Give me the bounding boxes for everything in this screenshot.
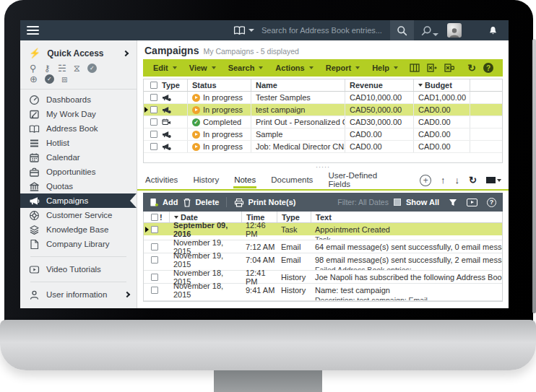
column-header-name[interactable]: Name [251, 79, 345, 91]
table-row[interactable]: In progress Tester Samples CAD10,000.00 … [144, 92, 502, 104]
sidebar-item-quotas[interactable]: Quotas [20, 179, 137, 193]
hamburger-menu-icon[interactable] [20, 20, 45, 40]
panel-splitter-handle[interactable]: ····· [137, 163, 509, 170]
table-row-selected[interactable]: In progress test campaign CAD50,000.00 C… [144, 104, 502, 116]
printer-icon [234, 198, 244, 207]
add-tab-icon[interactable]: + [420, 175, 431, 186]
row-checkbox[interactable] [150, 131, 157, 138]
advanced-search-icon [421, 25, 432, 36]
help-icon[interactable]: ? [487, 198, 496, 207]
document-icon [29, 239, 40, 250]
column-header-type[interactable]: Type [277, 212, 311, 222]
people-icon[interactable]: ☵ [58, 63, 66, 74]
sidebar-item-opportunities[interactable]: Opportunities [20, 165, 137, 179]
column-setup-icon[interactable] [410, 64, 420, 72]
refresh-icon[interactable]: ↻ [469, 175, 477, 186]
row-checkbox[interactable] [151, 226, 158, 233]
note-row[interactable]: November 18, 2015 9:41 AM History Name: … [144, 284, 502, 301]
page-title: Campaigns [144, 45, 199, 56]
move-down-icon[interactable]: ↓ [455, 175, 460, 186]
sidebar-item-customer-service[interactable]: Customer Service [20, 208, 137, 222]
column-header-revenue[interactable]: Revenue [345, 79, 413, 91]
sidebar-item-my-work-day[interactable]: My Work Day [20, 107, 137, 121]
column-header-status[interactable]: Status [187, 79, 251, 91]
user-avatar[interactable] [447, 23, 462, 38]
table-row[interactable]: In progress Job: Medical Director CNS CA… [144, 141, 502, 153]
row-checkbox[interactable] [151, 243, 158, 251]
add-note-button[interactable]: Add [150, 198, 178, 207]
globe-icon[interactable]: ⊕ [30, 74, 38, 84]
sidebar-item-company-library[interactable]: Company Library [20, 237, 137, 251]
row-checkbox[interactable] [151, 274, 158, 281]
move-up-icon[interactable]: ↑ [441, 175, 446, 186]
hourglass-icon[interactable]: ⧖ [74, 63, 80, 74]
menu-report[interactable]: Report [321, 64, 368, 72]
sidebar-item-hotlist[interactable]: Hotlist [20, 136, 137, 150]
refresh-icon[interactable]: ↻ [467, 63, 476, 73]
row-checkbox[interactable] [150, 118, 157, 126]
column-header-important[interactable]: ! [160, 213, 169, 222]
export-excel-icon[interactable] [427, 64, 437, 72]
search-button[interactable] [390, 20, 414, 40]
quick-access-header[interactable]: ⚡ Quick Access [20, 46, 137, 61]
sidebar-item-knowledge-base[interactable]: Knowledge Base [20, 222, 137, 237]
menu-help[interactable]: Help [368, 64, 406, 72]
chevron-right-icon [124, 292, 130, 297]
sidebar-item-user-information[interactable]: User information [20, 287, 137, 302]
check-circle-icon[interactable]: ✓ [87, 64, 97, 73]
gauge-icon [29, 95, 40, 105]
table-row[interactable]: ✓Completed Print Out - Personalized Cove… [144, 116, 502, 129]
select-all-checkbox[interactable] [150, 82, 157, 89]
sidebar-item-calendar[interactable]: Calendar [20, 150, 137, 165]
video-play-icon [29, 264, 40, 275]
current-row-marker [144, 107, 148, 113]
menu-search[interactable]: Search [224, 64, 272, 72]
notes-table: ! Date Time Type Text September 09, 2016… [143, 212, 503, 302]
menu-edit[interactable]: Edit [149, 64, 185, 72]
list-options-icon[interactable] [486, 177, 501, 183]
row-checkbox[interactable] [150, 106, 157, 113]
add-note-icon [150, 198, 159, 207]
export-excel-report-icon[interactable] [444, 64, 454, 72]
tab-activities[interactable]: Activities [144, 173, 178, 188]
delete-note-button[interactable]: Delete [183, 198, 219, 207]
search-category-selector[interactable] [233, 25, 254, 35]
column-header-budget[interactable]: Budget [413, 79, 470, 91]
sidebar-item-address-book[interactable]: Address Book [20, 121, 137, 136]
select-all-checkbox[interactable] [151, 214, 158, 221]
table-row[interactable]: In progress Sample CAD0.00 CAD0.00 [144, 129, 502, 141]
sidebar: ⚡ Quick Access ⚲ ⚷ ☵ ⧖ ✓ ⊕ ✓ ⧈ [20, 40, 137, 308]
pin-icon[interactable]: ⚲ [30, 63, 37, 74]
help-icon[interactable]: ? [483, 63, 493, 73]
status-in-progress-icon [192, 106, 200, 114]
tab-documents[interactable]: Documents [270, 173, 314, 188]
paperclip-icon[interactable]: ⧈ [61, 74, 67, 84]
chevron-down-icon [173, 66, 177, 69]
filter-icon[interactable] [449, 199, 457, 206]
column-header-type[interactable]: Type [160, 81, 187, 90]
print-notes-button[interactable]: Print Note(s) [234, 198, 295, 207]
campaigns-table-header: Type Status Name Revenue Budget [144, 79, 502, 92]
column-header-text[interactable]: Text [311, 212, 502, 222]
video-help-icon[interactable] [467, 199, 477, 206]
menu-actions[interactable]: Actions [271, 64, 321, 72]
row-checkbox[interactable] [150, 94, 157, 101]
row-checkbox[interactable] [150, 143, 157, 150]
sidebar-item-campaigns[interactable]: Campaigns [20, 193, 137, 208]
menu-view[interactable]: View [185, 64, 224, 72]
key-icon[interactable]: ⚷ [44, 63, 51, 74]
row-checkbox[interactable] [151, 256, 158, 263]
tab-history[interactable]: History [192, 173, 220, 188]
search-input[interactable] [261, 26, 390, 35]
sidebar-item-dashboards[interactable]: Dashboards [20, 92, 137, 107]
notifications-button[interactable] [488, 25, 498, 36]
advanced-search-button[interactable] [421, 25, 438, 36]
show-all-checkbox[interactable] [394, 199, 401, 206]
sidebar-divider [30, 256, 126, 257]
selected-item-notch [130, 193, 137, 208]
chevron-down-icon [394, 66, 398, 69]
row-checkbox[interactable] [151, 287, 158, 294]
check-badge-icon[interactable]: ✓ [45, 74, 54, 84]
tab-notes[interactable]: Notes [233, 173, 256, 188]
sidebar-item-video-tutorials[interactable]: Video Tutorials [20, 262, 137, 276]
